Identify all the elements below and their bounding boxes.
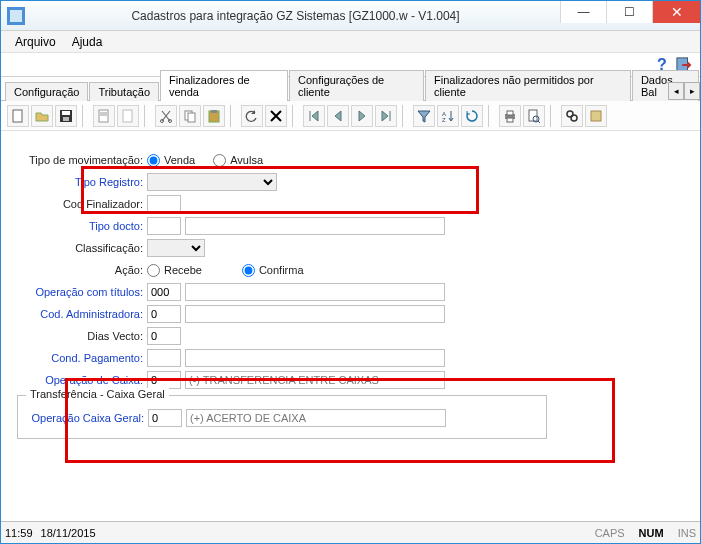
cond-pag-label[interactable]: Cond. Pagamento:: [17, 352, 147, 364]
prev-button[interactable]: [327, 105, 349, 127]
tab-configuracao[interactable]: Configuração: [5, 82, 88, 101]
svg-rect-18: [507, 111, 513, 115]
radio-venda-label: Venda: [164, 154, 195, 166]
radio-recebe-input[interactable]: [147, 264, 160, 277]
sheet1-button[interactable]: [93, 105, 115, 127]
radio-confirma[interactable]: Confirma: [242, 264, 304, 277]
svg-rect-25: [591, 111, 601, 121]
toolbar: AZ: [1, 101, 700, 131]
status-bar: 11:59 18/11/2015 CAPS NUM INS: [1, 521, 700, 543]
svg-rect-12: [188, 113, 195, 122]
op-titulos-desc[interactable]: [185, 283, 445, 301]
svg-rect-3: [62, 111, 70, 115]
menu-arquivo[interactable]: Arquivo: [7, 33, 64, 51]
svg-rect-4: [63, 117, 69, 121]
tab-scroll-right[interactable]: ▸: [684, 82, 700, 100]
undo-button[interactable]: [241, 105, 263, 127]
cond-pag-input[interactable]: [147, 349, 181, 367]
sheet2-button[interactable]: [117, 105, 139, 127]
dias-vecto-label: Dias Vecto:: [17, 330, 147, 342]
status-time: 11:59: [5, 527, 33, 539]
radio-recebe[interactable]: Recebe: [147, 264, 202, 277]
cod-finalizador-label: Cod Finalizador:: [17, 198, 147, 210]
dias-vecto-input[interactable]: [147, 327, 181, 345]
preview-button[interactable]: [523, 105, 545, 127]
svg-text:Z: Z: [442, 117, 446, 123]
tab-config-cliente[interactable]: Configurações de cliente: [289, 70, 424, 101]
find-button[interactable]: [561, 105, 583, 127]
radio-confirma-label: Confirma: [259, 264, 304, 276]
op-caixa-desc[interactable]: [185, 371, 445, 389]
classificacao-label: Classificação:: [17, 242, 147, 254]
tab-fin-nao-perm[interactable]: Finalizadores não permitidos por cliente: [425, 70, 631, 101]
tipo-registro-label[interactable]: Tipo Registro:: [17, 176, 147, 188]
radio-venda-input[interactable]: [147, 154, 160, 167]
radio-confirma-input[interactable]: [242, 264, 255, 277]
op-caixa-label[interactable]: Operação de Caixa:: [17, 374, 147, 386]
minimize-button[interactable]: —: [560, 1, 606, 23]
first-button[interactable]: [303, 105, 325, 127]
transf-fieldset: Transferência - Caixa Geral Operação Cai…: [17, 395, 547, 439]
copy-button[interactable]: [179, 105, 201, 127]
new-button[interactable]: [7, 105, 29, 127]
open-button[interactable]: [31, 105, 53, 127]
close-button[interactable]: ✕: [652, 1, 700, 23]
sort-button[interactable]: AZ: [437, 105, 459, 127]
title-bar: Cadastros para integração GZ Sistemas [G…: [1, 1, 700, 31]
next-button[interactable]: [351, 105, 373, 127]
tipo-docto-label[interactable]: Tipo docto:: [17, 220, 147, 232]
svg-rect-8: [123, 110, 132, 122]
op-titulos-label[interactable]: Operação com títulos:: [17, 286, 147, 298]
maximize-button[interactable]: ☐: [606, 1, 652, 23]
op-caixa-geral-desc[interactable]: [186, 409, 446, 427]
classificacao-select[interactable]: [147, 239, 205, 257]
filter-button[interactable]: [413, 105, 435, 127]
paste-button[interactable]: [203, 105, 225, 127]
svg-point-24: [571, 115, 577, 121]
window-title: Cadastros para integração GZ Sistemas [G…: [31, 9, 560, 23]
save-button[interactable]: [55, 105, 77, 127]
cod-adm-desc[interactable]: [185, 305, 445, 323]
tab-scroll-left[interactable]: ◂: [668, 82, 684, 100]
status-date: 18/11/2015: [41, 527, 96, 539]
op-caixa-input[interactable]: [147, 371, 181, 389]
tab-finalizadores[interactable]: Finalizadores de venda: [160, 70, 288, 101]
status-ins: INS: [678, 527, 696, 539]
cod-finalizador-input[interactable]: [147, 195, 181, 213]
tab-tributacao[interactable]: Tributação: [89, 82, 159, 101]
radio-avulsa-label: Avulsa: [230, 154, 263, 166]
cut-button[interactable]: [155, 105, 177, 127]
menu-ajuda[interactable]: Ajuda: [64, 33, 111, 51]
svg-rect-5: [99, 110, 108, 122]
tab-row: Configuração Tributação Finalizadores de…: [1, 77, 700, 101]
tipo-docto-input[interactable]: [147, 217, 181, 235]
acao-label: Ação:: [17, 264, 147, 276]
refresh-button[interactable]: [461, 105, 483, 127]
cond-pag-desc[interactable]: [185, 349, 445, 367]
tipo-mov-label: Tipo de movimentação:: [17, 154, 147, 166]
radio-recebe-label: Recebe: [164, 264, 202, 276]
cod-adm-input[interactable]: [147, 305, 181, 323]
status-num: NUM: [639, 527, 664, 539]
op-titulos-input[interactable]: [147, 283, 181, 301]
op-caixa-geral-input[interactable]: [148, 409, 182, 427]
svg-rect-1: [13, 110, 22, 122]
last-button[interactable]: [375, 105, 397, 127]
print-button[interactable]: [499, 105, 521, 127]
delete-button[interactable]: [265, 105, 287, 127]
tool-button[interactable]: [585, 105, 607, 127]
op-caixa-geral-label[interactable]: Operação Caixa Geral:: [28, 412, 148, 424]
radio-avulsa-input[interactable]: [213, 154, 226, 167]
radio-venda[interactable]: Venda: [147, 154, 195, 167]
menu-bar: Arquivo Ajuda: [1, 31, 700, 53]
tipo-registro-select[interactable]: [147, 173, 277, 191]
status-caps: CAPS: [595, 527, 625, 539]
transf-legend: Transferência - Caixa Geral: [26, 388, 169, 400]
svg-rect-19: [507, 118, 513, 122]
cod-adm-label[interactable]: Cod. Administradora:: [17, 308, 147, 320]
tipo-docto-desc[interactable]: [185, 217, 445, 235]
main-area: Tipo de movimentação: Venda Avulsa Tipo …: [1, 131, 700, 439]
svg-rect-14: [211, 110, 217, 113]
app-icon: [7, 7, 25, 25]
radio-avulsa[interactable]: Avulsa: [213, 154, 263, 167]
